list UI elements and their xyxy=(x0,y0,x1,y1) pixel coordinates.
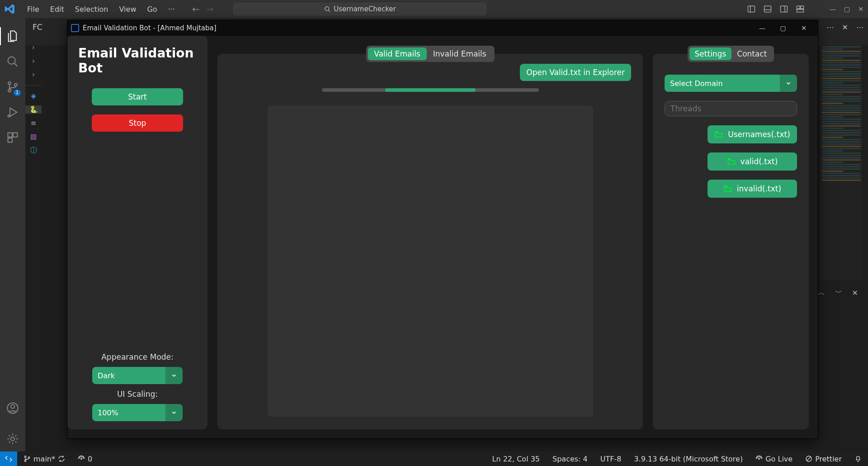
svg-point-28 xyxy=(759,458,760,460)
dialog-heading: Email Validation Bot xyxy=(78,46,197,76)
window-minimize-icon[interactable]: — xyxy=(830,5,836,13)
tab-close-icon[interactable]: ✕ xyxy=(842,23,848,32)
outline-chevron-icon[interactable]: › xyxy=(25,43,42,52)
folder-icon xyxy=(727,157,736,166)
broadcast-icon xyxy=(78,455,85,462)
dialog-title: Email Validation Bot - [Ahmed Mujtaba] xyxy=(83,24,217,32)
tab-valid-emails[interactable]: Valid Emails xyxy=(368,48,426,60)
svg-rect-8 xyxy=(797,6,800,9)
svg-point-11 xyxy=(8,57,15,64)
activity-extensions[interactable] xyxy=(0,125,25,150)
valid-file-label: valid(.txt) xyxy=(741,157,778,166)
menu-file[interactable]: File xyxy=(23,3,44,15)
svg-rect-2 xyxy=(748,6,755,12)
svg-point-27 xyxy=(81,458,82,460)
activity-accounts[interactable] xyxy=(0,395,25,421)
svg-rect-20 xyxy=(8,138,12,142)
status-golive[interactable]: Go Live xyxy=(749,455,799,463)
center-panel: Valid Emails Invalid Emails Open Valid.t… xyxy=(217,54,643,429)
menu-view[interactable]: View xyxy=(115,3,141,15)
file-tag-icon[interactable]: ◈ xyxy=(25,92,42,100)
bell-icon xyxy=(854,455,862,462)
dialog-maximize-icon[interactable]: ▢ xyxy=(773,24,793,32)
dialog-app-icon xyxy=(71,24,79,32)
activity-settings[interactable] xyxy=(0,426,25,452)
no-icon xyxy=(805,455,812,462)
appearance-value: Dark xyxy=(92,367,165,384)
editor-tab[interactable]: FC xyxy=(25,18,50,36)
menu-go[interactable]: Go xyxy=(142,3,161,15)
customize-layout-icon[interactable] xyxy=(796,5,804,13)
activity-run-debug[interactable] xyxy=(0,100,25,125)
menu-edit[interactable]: Edit xyxy=(46,3,69,15)
find-close-icon[interactable]: ✕ xyxy=(852,289,858,297)
threads-input[interactable] xyxy=(665,101,797,116)
status-ports[interactable]: 0 xyxy=(71,455,99,463)
status-bell[interactable] xyxy=(848,455,868,462)
status-branch[interactable]: main* xyxy=(17,455,71,463)
minimap[interactable] xyxy=(820,45,863,281)
open-valid-explorer-button[interactable]: Open Valid.txt in Explorer xyxy=(520,64,631,81)
nav-back-icon[interactable]: ← xyxy=(192,4,200,14)
stop-button[interactable]: Stop xyxy=(92,114,183,132)
domain-select[interactable]: Select Domain xyxy=(665,75,797,92)
sync-icon xyxy=(58,455,65,462)
svg-point-26 xyxy=(28,457,29,458)
status-cursor[interactable]: Ln 22, Col 35 xyxy=(486,455,547,463)
svg-point-25 xyxy=(24,460,26,461)
log-textbox[interactable] xyxy=(268,105,593,417)
tab-more-icon[interactable]: ⋯ xyxy=(827,23,834,32)
remote-indicator[interactable] xyxy=(0,452,17,466)
scaling-select[interactable]: 100% xyxy=(92,404,183,421)
find-prev-icon[interactable]: ︿ xyxy=(818,288,825,298)
activity-explorer[interactable] xyxy=(0,24,25,49)
tab-contact[interactable]: Contact xyxy=(731,48,772,60)
status-encoding[interactable]: UTF-8 xyxy=(594,455,628,463)
svg-line-30 xyxy=(807,456,811,461)
status-prettier[interactable]: Prettier xyxy=(799,455,848,463)
start-button[interactable]: Start xyxy=(92,88,183,105)
command-center[interactable]: UsernameChecker xyxy=(233,3,486,15)
appearance-select[interactable]: Dark xyxy=(92,367,183,384)
tab-overflow-icon[interactable]: ⋯ xyxy=(856,23,863,32)
progress-fill xyxy=(385,88,476,92)
domain-value: Select Domain xyxy=(665,75,780,92)
left-align-icon[interactable]: ≡ xyxy=(25,119,42,127)
status-spaces[interactable]: Spaces: 4 xyxy=(546,455,594,463)
tab-settings[interactable]: Settings xyxy=(689,48,732,60)
activity-source-control[interactable]: 1 xyxy=(0,74,25,100)
status-python[interactable]: 3.9.13 64-bit (Microsoft Store) xyxy=(627,455,749,463)
dialog-close-icon[interactable]: ✕ xyxy=(793,24,814,32)
svg-rect-18 xyxy=(8,133,12,137)
menu-selection[interactable]: Selection xyxy=(71,3,113,15)
email-validation-dialog: Email Validation Bot - [Ahmed Mujtaba] —… xyxy=(67,20,818,439)
outline-chevron-icon[interactable]: › xyxy=(25,71,42,79)
menu-more[interactable]: ··· xyxy=(164,3,179,15)
broadcast-icon xyxy=(755,455,763,462)
branch-label: main* xyxy=(33,455,55,463)
image-file-icon[interactable]: ▧ xyxy=(25,133,42,141)
valid-file-button[interactable]: valid(.txt) xyxy=(708,152,797,171)
invalid-file-button[interactable]: invalid(.txt) xyxy=(708,180,797,198)
info-file-icon[interactable]: ⓘ xyxy=(25,146,42,155)
nav-arrows: ← → xyxy=(192,4,214,14)
extensions-icon xyxy=(6,131,19,144)
svg-point-23 xyxy=(11,437,14,441)
dialog-minimize-icon[interactable]: — xyxy=(752,24,773,32)
layout-panel-icon[interactable] xyxy=(764,5,772,13)
nav-forward-icon[interactable]: → xyxy=(206,4,214,14)
activity-search[interactable] xyxy=(0,49,25,74)
tab-invalid-emails[interactable]: Invalid Emails xyxy=(427,48,493,60)
usernames-file-button[interactable]: Usernames(.txt) xyxy=(708,125,797,143)
outline-chevron-icon[interactable]: › xyxy=(25,57,42,65)
find-navigation: ︿ ﹀ ✕ xyxy=(813,286,863,300)
python-file-icon[interactable]: 🐍 xyxy=(25,105,42,114)
window-close-icon[interactable]: ✕ xyxy=(858,5,863,13)
find-next-icon[interactable]: ﹀ xyxy=(835,288,842,298)
svg-rect-4 xyxy=(764,6,771,12)
layout-sidebar-right-icon[interactable] xyxy=(780,5,788,13)
layout-sidebar-left-icon[interactable] xyxy=(747,5,755,13)
prettier-label: Prettier xyxy=(815,455,842,463)
svg-rect-9 xyxy=(801,6,804,9)
window-maximize-icon[interactable]: ▢ xyxy=(844,5,850,13)
